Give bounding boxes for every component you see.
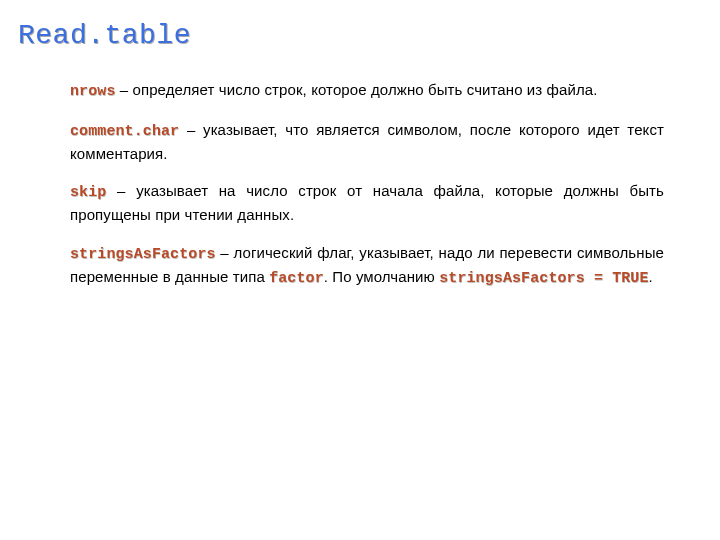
param-item: nrows – определяет число строк, которое … bbox=[70, 79, 664, 103]
inline-keyword: factor bbox=[269, 270, 324, 287]
param-description: указывает на число строк от начала файла… bbox=[70, 182, 664, 223]
dash: – bbox=[116, 81, 133, 98]
dash: – bbox=[179, 121, 203, 138]
page-title: Read.table bbox=[18, 20, 668, 51]
param-keyword: nrows bbox=[70, 83, 116, 100]
param-description: определяет число строк, которое должно б… bbox=[133, 81, 598, 98]
content-block: nrows – определяет число строк, которое … bbox=[52, 79, 668, 289]
dash: – bbox=[106, 182, 136, 199]
param-item: comment.char – указывает, что является с… bbox=[70, 119, 664, 165]
param-keyword: stringsAsFactors bbox=[70, 246, 216, 263]
param-keyword: comment.char bbox=[70, 123, 179, 140]
param-description-part: . По умолчанию bbox=[324, 268, 439, 285]
inline-keyword: stringsAsFactors = TRUE bbox=[439, 270, 648, 287]
dash: – bbox=[216, 244, 234, 261]
slide: Read.table nrows – определяет число стро… bbox=[0, 0, 720, 540]
param-item: skip – указывает на число строк от начал… bbox=[70, 180, 664, 226]
param-item: stringsAsFactors – логический флаг, указ… bbox=[70, 242, 664, 290]
param-keyword: skip bbox=[70, 184, 106, 201]
param-description-part: . bbox=[649, 268, 653, 285]
